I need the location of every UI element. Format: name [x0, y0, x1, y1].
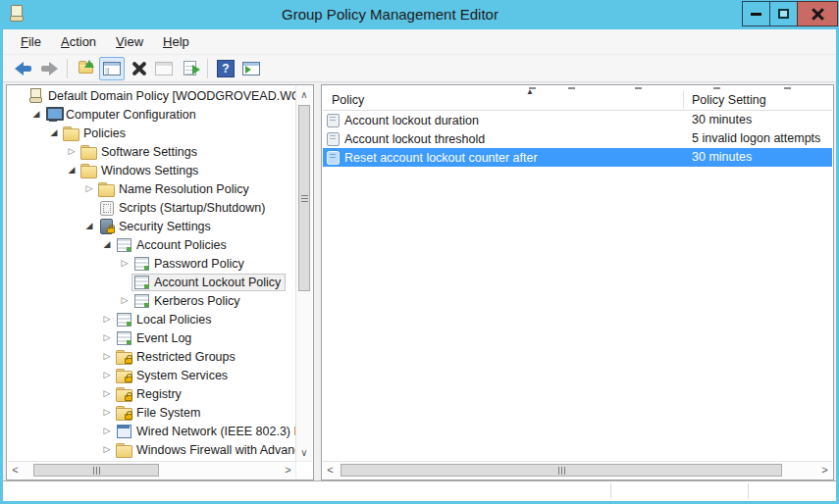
column-divider[interactable]	[683, 90, 684, 111]
horizontal-scrollbar-thumb[interactable]	[341, 464, 782, 477]
policy-setting-icon	[326, 132, 341, 145]
delete-button[interactable]	[127, 57, 150, 80]
expand-toggle-icon[interactable]: ▷	[65, 142, 79, 161]
help-button[interactable]: ?	[214, 57, 237, 80]
policy-row-account-lockout-duration[interactable]: Account lockout duration 30 minutes	[323, 111, 832, 129]
tree-item-kerberos-policy[interactable]: ▷ Kerberos Policy	[8, 291, 295, 310]
tree-item-label: Restricted Groups	[135, 350, 236, 364]
expand-toggle-icon[interactable]: ▷	[82, 179, 96, 198]
tree-item-account-lockout-policy[interactable]: Account Lockout Policy	[8, 273, 295, 291]
tree-item-registry[interactable]: ▷ Registry	[8, 384, 295, 403]
policy-column-header[interactable]: Policy	[332, 93, 364, 107]
tree-horizontal-scrollbar[interactable]: < >	[8, 461, 295, 479]
tree-item-scripts[interactable]: Scripts (Startup/Shutdown)	[8, 198, 295, 217]
clipped-text-fragment	[784, 87, 791, 89]
tree-item-computer-configuration[interactable]: ◢ Computer Configuration	[8, 105, 295, 124]
expand-toggle-icon[interactable]: ▷	[100, 403, 114, 422]
thumb-grip-icon	[558, 467, 565, 475]
expand-toggle-icon[interactable]: ▷	[100, 310, 114, 328]
expand-toggle-icon[interactable]: ▷	[118, 291, 131, 310]
new-window-icon	[242, 62, 260, 76]
clipped-text-fragment	[635, 87, 642, 89]
collapse-toggle-icon[interactable]: ◢	[65, 161, 79, 179]
back-button[interactable]	[12, 57, 35, 80]
scroll-down-arrow-icon[interactable]: ∨	[296, 444, 312, 461]
policy-setting-column-header[interactable]: Policy Setting	[692, 93, 766, 107]
properties-icon	[155, 62, 173, 76]
window-controls	[743, 1, 838, 26]
collapse-toggle-icon[interactable]: ◢	[100, 235, 114, 254]
details-pane: Policy ▲ Policy Setting Account lockout …	[321, 84, 834, 480]
policy-group-icon	[133, 256, 150, 271]
export-list-button[interactable]	[178, 57, 201, 80]
scroll-right-arrow-icon[interactable]: >	[817, 462, 832, 479]
new-window-button[interactable]	[239, 57, 263, 80]
policy-row-reset-account-lockout-counter[interactable]: Reset account lockout counter after 30 m…	[323, 148, 832, 167]
pane-splitter[interactable]	[314, 84, 321, 480]
network-icon	[116, 424, 132, 438]
gpo-scroll-icon	[27, 88, 44, 103]
tree-item-label: Software Settings	[100, 145, 197, 159]
policy-setting-value: 30 minutes	[692, 111, 752, 129]
folder-lock-icon	[116, 368, 132, 382]
menu-help[interactable]: Help	[155, 31, 197, 52]
tree-item-windows-settings[interactable]: ◢ Windows Settings	[8, 161, 295, 179]
tree-item-restricted-groups[interactable]: ▷ Restricted Groups	[8, 347, 295, 366]
title-bar[interactable]: Group Policy Management Editor	[0, 0, 839, 29]
menu-view[interactable]: View	[108, 31, 151, 52]
scroll-left-arrow-icon[interactable]: <	[323, 462, 338, 479]
tree-item-default-domain-policy[interactable]: Default Domain Policy [WOODGROVEAD.WOOD	[8, 86, 295, 105]
tree-item-software-settings[interactable]: ▷ Software Settings	[8, 142, 295, 161]
expand-toggle-icon[interactable]: ▷	[100, 366, 114, 384]
menu-action[interactable]: Action	[53, 31, 104, 52]
tree-item-password-policy[interactable]: ▷ Password Policy	[8, 254, 295, 273]
tree-item-policies[interactable]: ◢ Policies	[8, 124, 295, 142]
tree-item-label: Scripts (Startup/Shutdown)	[118, 201, 265, 215]
tree-item-local-policies[interactable]: ▷ Local Policies	[8, 310, 295, 328]
collapse-toggle-icon[interactable]: ◢	[82, 217, 96, 235]
collapse-toggle-icon[interactable]: ◢	[47, 124, 61, 142]
up-one-level-button[interactable]	[74, 57, 97, 80]
tree-item-system-services[interactable]: ▷ System Services	[8, 366, 295, 384]
tree-item-security-settings[interactable]: ◢ Security Settings	[8, 217, 295, 235]
folder-icon	[116, 442, 132, 457]
tree-item-windows-firewall[interactable]: ▷ Windows Firewall with Advanc	[8, 440, 295, 459]
scroll-up-arrow-icon[interactable]: ∧	[296, 86, 312, 103]
show-console-tree-button[interactable]	[99, 57, 125, 80]
collapse-toggle-icon[interactable]: ◢	[29, 105, 43, 124]
status-separator	[748, 483, 749, 499]
policy-row-account-lockout-threshold[interactable]: Account lockout threshold 5 invalid logo…	[323, 129, 832, 148]
tree-item-label: Kerberos Policy	[153, 294, 240, 308]
policy-group-icon	[133, 293, 150, 308]
tree-vertical-scrollbar[interactable]: ∧ ∨	[295, 86, 312, 461]
computer-icon	[45, 107, 62, 122]
forward-button[interactable]	[37, 57, 61, 80]
tree-item-event-log[interactable]: ▷ Event Log	[8, 328, 295, 347]
expand-toggle-icon[interactable]: ▷	[100, 347, 114, 366]
minimize-button[interactable]	[742, 1, 770, 26]
tree-item-label: Computer Configuration	[65, 108, 196, 122]
expand-toggle-icon[interactable]: ▷	[100, 328, 114, 347]
tree-item-name-resolution-policy[interactable]: ▷ Name Resolution Policy	[8, 179, 295, 198]
policy-name: Account lockout duration	[344, 114, 479, 127]
menu-file[interactable]: File	[13, 31, 49, 52]
tree-item-wired-network[interactable]: ▷ Wired Network (IEEE 802.3) Po	[8, 422, 295, 440]
clipped-text-fragment	[568, 87, 575, 89]
close-button[interactable]	[797, 1, 838, 26]
tree-item-file-system[interactable]: ▷ File System	[8, 403, 295, 422]
expand-toggle-icon[interactable]: ▷	[118, 254, 131, 273]
tree-item-label: Policies	[82, 126, 126, 140]
scroll-right-arrow-icon[interactable]: >	[281, 462, 295, 479]
properties-button[interactable]	[152, 57, 176, 80]
vertical-scrollbar-thumb[interactable]	[298, 105, 310, 291]
expand-toggle-icon[interactable]: ▷	[100, 422, 114, 440]
scroll-left-arrow-icon[interactable]: <	[8, 462, 23, 479]
maximize-icon	[778, 9, 789, 19]
expand-toggle-icon[interactable]: ▷	[100, 440, 114, 459]
details-horizontal-scrollbar[interactable]: < >	[323, 461, 832, 479]
maximize-button[interactable]	[769, 1, 798, 26]
horizontal-scrollbar-thumb[interactable]	[33, 464, 159, 477]
minimize-icon	[751, 13, 761, 16]
expand-toggle-icon[interactable]: ▷	[100, 384, 114, 403]
tree-item-account-policies[interactable]: ◢ Account Policies	[8, 235, 295, 254]
